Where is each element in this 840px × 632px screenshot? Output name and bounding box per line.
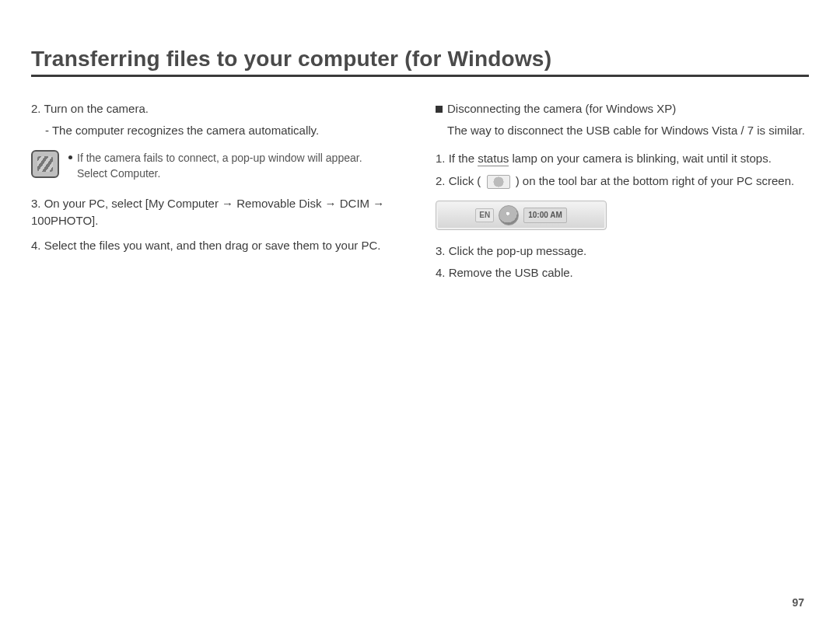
- safely-remove-icon: [487, 175, 510, 189]
- bullet-icon: [68, 155, 72, 159]
- page-title: Transferring files to your computer (for…: [31, 47, 809, 72]
- tray-eject-icon: [499, 205, 519, 225]
- disc-step-1-status: status: [478, 152, 509, 166]
- step-2: 2. Turn on the camera.: [31, 100, 404, 117]
- disconnect-heading: Disconnecting the camera (for Windows XP…: [436, 100, 809, 117]
- disc-step-4: 4. Remove the USB cable.: [436, 264, 809, 281]
- title-underline: [31, 75, 809, 77]
- disc-step-2b: ) on the tool bar at the bottom right of…: [513, 174, 795, 187]
- content-columns: 2. Turn on the camera. - The computer re…: [31, 100, 809, 286]
- disconnect-sub: The way to disconnect the USB cable for …: [447, 122, 809, 139]
- tray-clock: 10:00 AM: [523, 208, 567, 224]
- note-icon: [31, 150, 59, 178]
- note-line-1: If the camera fails to connect, a pop-up…: [77, 152, 362, 164]
- system-tray-illustration: EN 10:00 AM: [436, 201, 607, 230]
- square-bullet-icon: [436, 106, 443, 113]
- disc-step-1b: lamp on your camera is blinking, wait un…: [509, 152, 772, 165]
- disc-step-2: 2. Click ( ) on the tool bar at the bott…: [436, 173, 809, 190]
- manual-page: Transferring files to your computer (for…: [0, 0, 840, 632]
- note-block: If the camera fails to connect, a pop-up…: [31, 150, 404, 182]
- note-line-2: Select Computer.: [77, 166, 160, 181]
- step-2-sub: - The computer recognizes the camera aut…: [45, 122, 404, 139]
- step-3: 3. On your PC, select [My Computer → Rem…: [31, 195, 404, 229]
- step-4: 4. Select the files you want, and then d…: [31, 237, 404, 254]
- tray-language-indicator: EN: [475, 208, 494, 223]
- disconnect-heading-text: Disconnecting the camera (for Windows XP…: [447, 102, 676, 115]
- left-column: 2. Turn on the camera. - The computer re…: [31, 100, 404, 286]
- disc-step-1: 1. If the status lamp on your camera is …: [436, 150, 809, 167]
- right-column: Disconnecting the camera (for Windows XP…: [436, 100, 809, 286]
- disc-step-3: 3. Click the pop-up message.: [436, 243, 809, 260]
- note-text: If the camera fails to connect, a pop-up…: [68, 150, 362, 182]
- page-number: 97: [792, 596, 804, 609]
- disc-step-2a: 2. Click (: [436, 174, 485, 187]
- disc-step-1a: 1. If the: [436, 152, 478, 165]
